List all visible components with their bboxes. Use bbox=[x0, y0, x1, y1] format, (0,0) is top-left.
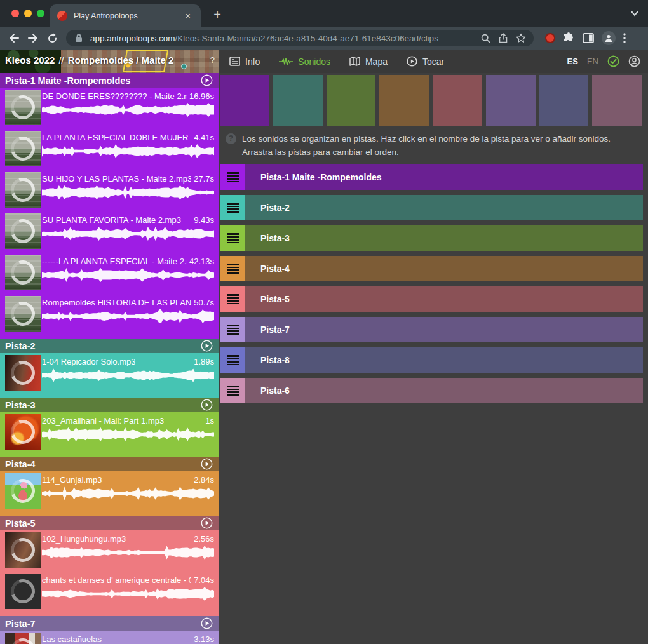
clip-item[interactable]: Las castañuelas3.13s bbox=[0, 631, 219, 644]
clip-thumbnail bbox=[5, 414, 41, 450]
play-track-button[interactable] bbox=[201, 74, 213, 86]
map-icon bbox=[349, 57, 360, 66]
track-bar[interactable]: Pista-3 bbox=[245, 225, 643, 251]
browser-tab[interactable]: Play Antropoloops × bbox=[50, 4, 201, 27]
clip-item[interactable]: 203_Amalihani - Mali: Part 1.mp31s bbox=[0, 412, 219, 453]
tab-tocar[interactable]: Tocar bbox=[407, 56, 444, 67]
track-bar[interactable]: Pista-4 bbox=[245, 256, 643, 281]
profile-avatar[interactable] bbox=[602, 31, 616, 45]
bookmark-star-icon[interactable] bbox=[515, 32, 527, 44]
new-tab-button[interactable]: + bbox=[210, 8, 225, 23]
close-window-button[interactable] bbox=[11, 10, 19, 17]
zoom-page-icon[interactable] bbox=[479, 32, 492, 44]
track-color-swatch[interactable] bbox=[486, 75, 536, 126]
tracks-sidebar: Pista-1 Maite -RompemoldesDE DONDE ERES?… bbox=[0, 73, 219, 644]
track-bar[interactable]: Pista-1 Maite -Rompemoldes bbox=[245, 164, 643, 190]
clip-item[interactable]: LA PLANTA ESPECIAL DOBLE MUJER - Mai...4… bbox=[0, 129, 219, 170]
saved-check-icon[interactable] bbox=[607, 55, 619, 67]
track-row[interactable]: Pista-3 bbox=[220, 225, 643, 251]
minimize-window-button[interactable] bbox=[24, 10, 32, 17]
address-bar[interactable]: app.antropoloops.com/Kleos-Santa-Marina/… bbox=[66, 30, 534, 46]
account-icon[interactable] bbox=[628, 55, 640, 67]
track-color-swatch[interactable] bbox=[220, 75, 269, 126]
track-color-swatch[interactable] bbox=[539, 75, 589, 126]
track-row[interactable]: Pista-2 bbox=[220, 195, 643, 220]
breadcrumb-project[interactable]: Kleos 2022 bbox=[5, 55, 55, 65]
clip-item[interactable]: chants et danses d' amerique centrale - … bbox=[0, 572, 219, 613]
recording-extension-icon[interactable] bbox=[545, 33, 555, 43]
clip-item[interactable]: SU PLANTA FAVORITA - Maite 2.mp39.43s bbox=[0, 211, 219, 253]
drag-handle-icon[interactable] bbox=[220, 378, 245, 403]
lock-icon[interactable] bbox=[72, 32, 85, 44]
zoom-window-button[interactable] bbox=[37, 10, 44, 17]
track-bar[interactable]: Pista-7 bbox=[245, 317, 643, 342]
drag-handle-icon[interactable] bbox=[220, 286, 245, 312]
help-question-icon[interactable]: ? bbox=[226, 133, 236, 144]
play-track-button[interactable] bbox=[201, 458, 213, 470]
track-header[interactable]: Pista-1 Maite -Rompemoldes bbox=[0, 73, 219, 88]
drag-handle-icon[interactable] bbox=[220, 164, 245, 190]
clip-name: ------LA PLANNTA ESPECIAL - Maite 2.mp3 bbox=[42, 257, 187, 266]
url-text[interactable]: app.antropoloops.com/Kleos-Santa-Marina/… bbox=[90, 34, 474, 43]
lang-en[interactable]: EN bbox=[587, 57, 598, 66]
drag-handle-icon[interactable] bbox=[220, 225, 245, 251]
play-track-button[interactable] bbox=[201, 340, 213, 352]
play-track-button[interactable] bbox=[201, 517, 213, 529]
clip-item[interactable]: ------LA PLANNTA ESPECIAL - Maite 2.mp34… bbox=[0, 253, 219, 294]
drag-handle-icon[interactable] bbox=[220, 317, 245, 342]
back-icon[interactable] bbox=[6, 30, 22, 46]
clip-item[interactable]: SU HIJO Y LAS PLANTAS - Maite 2.mp327.7s bbox=[0, 170, 219, 211]
track-header[interactable]: Pista-2 bbox=[0, 339, 219, 353]
track-header[interactable]: Pista-5 bbox=[0, 516, 219, 530]
track-color-swatch[interactable] bbox=[379, 75, 429, 126]
track-color-swatch[interactable] bbox=[273, 75, 323, 126]
track-color-swatch[interactable] bbox=[327, 75, 376, 126]
tab-sonidos[interactable]: Sonidos bbox=[279, 57, 330, 67]
track-header[interactable]: Pista-7 bbox=[0, 616, 219, 631]
lang-es[interactable]: ES bbox=[567, 57, 578, 66]
tab-close-icon[interactable]: × bbox=[182, 10, 193, 22]
extensions-area bbox=[540, 31, 626, 45]
track-row[interactable]: Pista-8 bbox=[220, 347, 643, 373]
side-panel-icon[interactable] bbox=[583, 33, 594, 43]
track-color-swatch[interactable] bbox=[433, 75, 482, 126]
clip-item[interactable]: 102_Hunguhungu.mp32.56s bbox=[0, 530, 219, 572]
clip-duration: 50.7s bbox=[194, 298, 214, 307]
tab-info[interactable]: Info bbox=[229, 57, 260, 67]
clip-item[interactable]: DE DONDE ERES???????? - Maite 2.mp316.96… bbox=[0, 88, 219, 129]
breadcrumb-remix[interactable]: Rompemoldes / Maite 2 bbox=[68, 55, 174, 65]
clip-item[interactable]: 114_Gunjai.mp32.84s bbox=[0, 471, 219, 513]
track-header[interactable]: Pista-4 bbox=[0, 457, 219, 471]
reload-icon[interactable] bbox=[44, 30, 60, 46]
browser-menu-kebab-icon[interactable] bbox=[623, 33, 626, 43]
share-icon[interactable] bbox=[497, 32, 510, 44]
header-right: ES EN bbox=[567, 55, 648, 67]
clip-name: Rompemoldes HISTORIA DE LAS PLANTAS... bbox=[42, 298, 191, 307]
forward-icon[interactable] bbox=[25, 30, 41, 46]
track-header[interactable]: Pista-3 bbox=[0, 398, 219, 412]
drag-handle-icon[interactable] bbox=[220, 256, 245, 281]
project-map-image: ? Kleos 2022//Rompemoldes / Maite 2 bbox=[0, 50, 219, 73]
track-row[interactable]: Pista-4 bbox=[220, 256, 643, 281]
drag-handle-icon[interactable] bbox=[220, 195, 245, 220]
extensions-puzzle-icon[interactable] bbox=[563, 32, 575, 44]
play-track-button[interactable] bbox=[201, 617, 213, 629]
track-bar[interactable]: Pista-8 bbox=[245, 347, 643, 373]
clip-name: 203_Amalihani - Mali: Part 1.mp3 bbox=[42, 416, 164, 426]
clip-item[interactable]: 1-04 Repicador Solo.mp31.89s bbox=[0, 353, 219, 394]
clip-item[interactable]: Rompemoldes HISTORIA DE LAS PLANTAS...50… bbox=[0, 294, 219, 335]
clip-waveform bbox=[42, 368, 214, 382]
track-row[interactable]: Pista-1 Maite -Rompemoldes bbox=[220, 164, 643, 190]
track-bar[interactable]: Pista-6 bbox=[245, 378, 643, 403]
track-row[interactable]: Pista-6 bbox=[220, 378, 643, 403]
breadcrumb[interactable]: Kleos 2022//Rompemoldes / Maite 2 bbox=[5, 55, 173, 65]
tab-mapa[interactable]: Mapa bbox=[349, 57, 388, 67]
tab-search-chevron-icon[interactable] bbox=[630, 10, 639, 17]
track-bar[interactable]: Pista-2 bbox=[245, 195, 643, 220]
track-bar[interactable]: Pista-5 bbox=[245, 286, 643, 312]
drag-handle-icon[interactable] bbox=[220, 347, 245, 373]
track-color-swatch[interactable] bbox=[592, 75, 642, 126]
track-row[interactable]: Pista-7 bbox=[220, 317, 643, 342]
track-row[interactable]: Pista-5 bbox=[220, 286, 643, 312]
play-track-button[interactable] bbox=[201, 399, 213, 411]
